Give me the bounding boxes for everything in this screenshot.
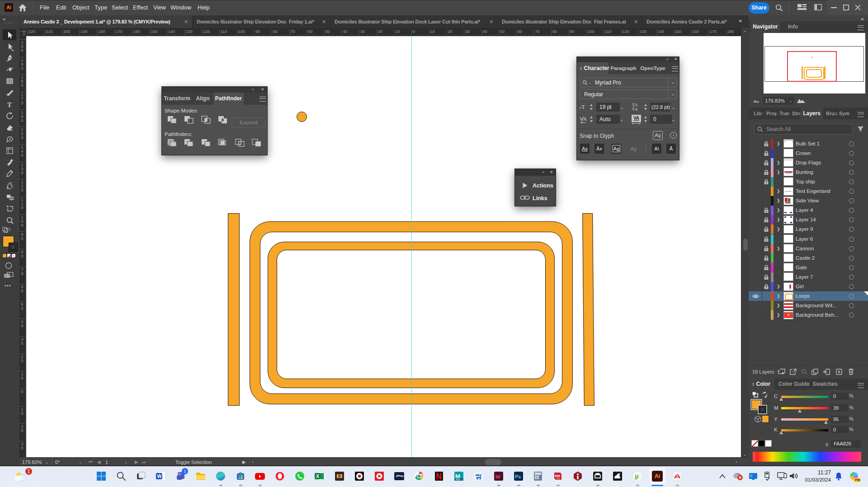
svg-text:Id: Id [495,474,500,479]
svg-text:AXA: AXA [456,478,460,481]
svg-text:sky: sky [475,473,481,477]
svg-text:W: W [157,473,161,479]
svg-text:X: X [316,473,319,479]
svg-text:Disney: Disney [396,474,405,477]
svg-text:A: A [635,107,638,111]
svg-text:2024: 2024 [556,478,561,480]
svg-text:A: A [583,116,587,122]
svg-text:T: T [7,101,12,108]
svg-text:A: A [635,103,638,107]
svg-text:PRE: PRE [855,478,860,482]
svg-text:µ: µ [635,473,639,480]
svg-text:Ps: Ps [515,474,521,479]
